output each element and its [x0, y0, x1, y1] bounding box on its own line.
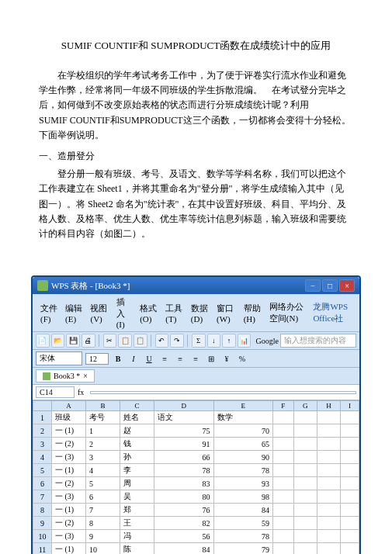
cell[interactable] [317, 517, 340, 530]
col-header-i[interactable]: I [341, 401, 359, 411]
sort-desc-icon[interactable]: ↑ [222, 334, 236, 348]
cell[interactable] [293, 438, 317, 451]
cell[interactable] [317, 464, 340, 477]
cell[interactable]: 98 [213, 490, 273, 504]
cell[interactable]: 76 [154, 504, 214, 517]
brand-link[interactable]: 龙腾WPS Office社 [313, 301, 355, 324]
sort-asc-icon[interactable]: ↓ [207, 334, 221, 348]
cell[interactable]: 78 [213, 464, 273, 477]
cell[interactable] [273, 517, 293, 530]
row-header[interactable]: 1 [33, 411, 52, 424]
cell[interactable] [317, 490, 340, 504]
cell[interactable]: 语文 [154, 411, 214, 424]
cell[interactable]: 一 (3) [52, 490, 86, 504]
save-icon[interactable]: 💾 [66, 334, 80, 348]
cell[interactable] [341, 490, 359, 504]
cell[interactable]: 83 [154, 477, 214, 490]
cell[interactable] [317, 530, 340, 543]
cell-reference-box[interactable]: C14 [36, 386, 75, 398]
menu-window[interactable]: 窗口(W) [213, 302, 239, 324]
fx-icon[interactable]: fx [78, 388, 84, 396]
menu-data[interactable]: 数据(D) [188, 302, 212, 324]
cell[interactable]: 66 [154, 451, 214, 464]
cell[interactable]: 李 [120, 464, 154, 477]
row-header[interactable]: 3 [33, 438, 52, 451]
col-header-c[interactable]: C [120, 401, 154, 411]
cell[interactable]: 郑 [120, 504, 154, 517]
cell[interactable]: 考号 [86, 411, 120, 424]
underline-icon[interactable]: U [143, 352, 155, 365]
menu-file[interactable]: 文件(F) [37, 302, 61, 324]
worksheet-grid[interactable]: A B C D E F G H I 1班级考号姓名语文数学2一 (1)1赵757… [33, 400, 359, 554]
cell[interactable] [293, 504, 317, 517]
cell[interactable]: 一 (1) [52, 424, 86, 438]
paste-icon[interactable]: 📋 [134, 334, 147, 348]
row-header[interactable]: 9 [33, 517, 52, 530]
cell[interactable]: 93 [213, 477, 273, 490]
col-header-d[interactable]: D [154, 401, 214, 411]
cell[interactable] [341, 411, 359, 424]
cell[interactable] [317, 438, 340, 451]
cell[interactable] [341, 504, 359, 517]
cell[interactable] [273, 411, 293, 424]
menu-edit[interactable]: 编辑(E) [62, 302, 85, 324]
cell[interactable]: 9 [86, 530, 120, 543]
align-center-icon[interactable]: ≡ [174, 352, 186, 365]
cell[interactable] [293, 543, 317, 554]
align-left-icon[interactable]: ≡ [158, 352, 171, 365]
cell[interactable]: 钱 [120, 438, 154, 451]
cell[interactable]: 78 [154, 464, 214, 477]
cell[interactable] [273, 504, 293, 517]
cell[interactable]: 班级 [52, 411, 86, 424]
cell[interactable] [341, 517, 359, 530]
cell[interactable]: 65 [213, 438, 273, 451]
cell[interactable]: 一 (3) [52, 530, 86, 543]
print-icon[interactable]: 🖨 [82, 334, 95, 348]
cell[interactable] [273, 464, 293, 477]
currency-icon[interactable]: ¥ [220, 352, 233, 365]
row-header[interactable]: 10 [33, 530, 52, 543]
cell[interactable] [293, 464, 317, 477]
row-header[interactable]: 2 [33, 424, 52, 438]
cell[interactable]: 一 (2) [52, 517, 86, 530]
cell[interactable]: 冯 [120, 530, 154, 543]
cell[interactable]: 84 [213, 504, 273, 517]
menu-tools[interactable]: 工具(T) [162, 302, 186, 324]
cell[interactable] [341, 477, 359, 490]
menu-format[interactable]: 格式(O) [137, 302, 161, 324]
row-header[interactable]: 7 [33, 490, 52, 504]
cell[interactable]: 84 [154, 543, 214, 554]
row-header[interactable]: 5 [33, 464, 52, 477]
col-header-g[interactable]: G [293, 401, 317, 411]
row-header[interactable]: 8 [33, 504, 52, 517]
cell[interactable]: 1 [86, 424, 120, 438]
cell[interactable]: 78 [213, 530, 273, 543]
cell[interactable] [317, 451, 340, 464]
sum-icon[interactable]: Σ [192, 334, 206, 348]
chart-icon[interactable]: 📊 [238, 334, 252, 348]
cell[interactable] [317, 424, 340, 438]
cell[interactable]: 79 [213, 543, 273, 554]
cell[interactable]: 一 (2) [52, 477, 86, 490]
cell[interactable]: 75 [154, 424, 214, 438]
cell[interactable] [317, 477, 340, 490]
cell[interactable]: 4 [86, 464, 120, 477]
cell[interactable]: 陈 [120, 543, 154, 554]
cell[interactable]: 周 [120, 477, 154, 490]
cell[interactable]: 56 [154, 530, 214, 543]
col-header-f[interactable]: F [273, 401, 293, 411]
cell[interactable]: 5 [86, 477, 120, 490]
cell[interactable]: 孙 [120, 451, 154, 464]
cell[interactable]: 数学 [213, 411, 273, 424]
minimize-button[interactable]: − [305, 279, 321, 292]
cell[interactable] [293, 477, 317, 490]
col-header-h[interactable]: H [317, 401, 340, 411]
row-header[interactable]: 4 [33, 451, 52, 464]
cell[interactable] [341, 530, 359, 543]
col-header-b[interactable]: B [86, 401, 120, 411]
undo-icon[interactable]: ↶ [155, 334, 169, 348]
redo-icon[interactable]: ↷ [170, 334, 184, 348]
font-size-select[interactable]: 12 [85, 353, 109, 365]
cell[interactable]: 91 [154, 438, 214, 451]
align-right-icon[interactable]: ≡ [189, 352, 202, 365]
